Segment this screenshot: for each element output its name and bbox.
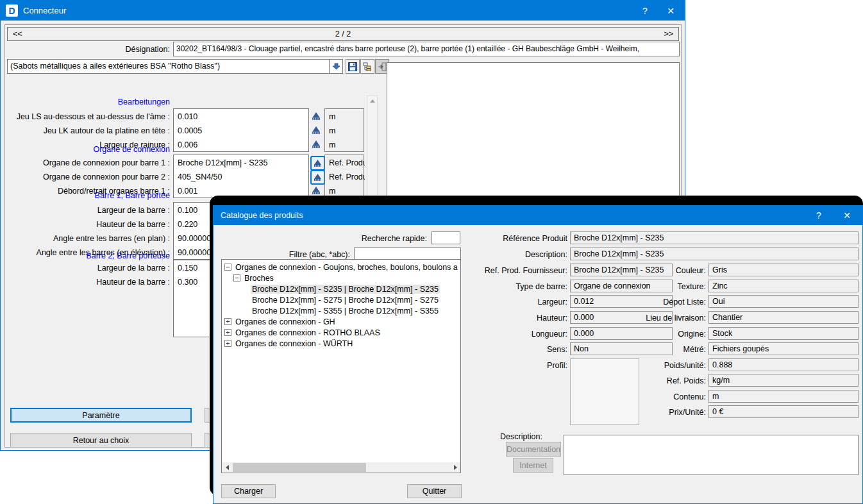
field-label: Largeur de la barre :: [1, 203, 170, 217]
description-area-label: Description:: [342, 430, 542, 443]
unit-label: m: [324, 110, 366, 124]
field-label: Largeur de rainure :: [1, 138, 170, 152]
poids-unite-field[interactable]: 0.888: [708, 358, 859, 371]
ref-poids-field[interactable]: kg/m: [708, 374, 859, 387]
field-label: Hauteur de la barre :: [1, 217, 170, 231]
field-value[interactable]: 0.006: [174, 138, 309, 152]
field-label: Lieu de livraison:: [406, 312, 706, 324]
collapse-icon[interactable]: [224, 264, 231, 271]
close-button[interactable]: ✕: [658, 1, 683, 21]
field-label: Largeur de la barre :: [1, 261, 170, 275]
field-label: Prix/Unité:: [406, 406, 706, 419]
dropdown-arrow-icon: [333, 63, 340, 70]
field-label: Débord/retrait organes barre 1 :: [1, 184, 170, 198]
desktop: { "chrome": { "help": "?", "close": "✕" …: [0, 0, 863, 504]
export-icon: [378, 62, 387, 71]
retour-au-choix-button[interactable]: Retour au choix: [10, 433, 192, 448]
save-button[interactable]: [346, 59, 360, 74]
catalogue-window: Catalogue des produits ? ✕ Recherche rap…: [213, 205, 863, 504]
couleur-field[interactable]: Gris: [708, 264, 859, 276]
close-button[interactable]: ✕: [834, 206, 860, 225]
catalogue-lookup-button[interactable]: [310, 156, 325, 171]
collapse-icon[interactable]: [233, 274, 240, 281]
designation-field[interactable]: 30202_BT164/98/3 - Clouage partiel, enca…: [173, 42, 680, 56]
field-label: Contenu:: [406, 391, 706, 403]
tree-horizontal-scrollbar[interactable]: [222, 462, 460, 473]
internet-button[interactable]: Internet: [513, 458, 553, 473]
description-field[interactable]: Broche D12x[mm] - S235: [570, 248, 859, 260]
unit-label: m: [324, 138, 366, 152]
parametre-button[interactable]: Paramètre: [10, 408, 192, 423]
quitter-button[interactable]: Quitter: [407, 484, 462, 498]
expand-icon[interactable]: [224, 340, 231, 347]
designation-label: Désignation:: [1, 42, 170, 56]
unit-label: m: [324, 124, 366, 138]
scroll-left-icon[interactable]: [222, 462, 232, 473]
app-logo-icon: D: [6, 4, 18, 17]
field-label: Jeu LK autour de la platine en tête :: [1, 124, 170, 138]
expand-icon[interactable]: [224, 329, 231, 336]
nav-page-indicator: 2 / 2: [8, 28, 678, 40]
tree-view-button[interactable]: [360, 59, 374, 74]
field-label: Angle entre les barres (en élévation) :: [1, 246, 170, 260]
catalogue-titlebar[interactable]: Catalogue des produits ? ✕: [214, 206, 862, 225]
connector-type-combo[interactable]: (Sabots métalliques à ailes extérieures …: [7, 59, 343, 74]
charger-button[interactable]: Charger: [221, 484, 276, 498]
field-label: Métré:: [406, 343, 706, 356]
scroll-thumb[interactable]: [233, 463, 366, 472]
field-label: Angle entre les barres (en plan) :: [1, 231, 170, 246]
field-label: Poids/unité:: [406, 359, 706, 372]
scroll-up-icon[interactable]: [367, 96, 377, 106]
measure-icon[interactable]: [312, 140, 321, 149]
field-value[interactable]: 405_SN4/50: [174, 170, 309, 184]
field-label: Ref. Poids:: [406, 374, 706, 387]
help-button[interactable]: ?: [806, 206, 832, 225]
prix-unite-field[interactable]: 0 €: [708, 405, 859, 418]
connector-type-value: (Sabots métalliques à ailes extérieures …: [10, 60, 327, 73]
field-label: Origine:: [406, 328, 706, 340]
documentation-button[interactable]: Documentation: [506, 442, 561, 457]
expand-icon[interactable]: [224, 318, 231, 325]
connecteur-title: Connecteur: [23, 6, 66, 15]
lieu-livraison-field[interactable]: Chantier: [708, 311, 859, 324]
catalogue-lookup-button[interactable]: [310, 170, 325, 185]
measure-icon[interactable]: [312, 126, 321, 135]
depot-liste-field[interactable]: Oui: [708, 295, 859, 308]
measure-icon[interactable]: [312, 112, 321, 121]
contenu-field[interactable]: m: [708, 390, 859, 403]
combo-dropdown-button[interactable]: [329, 60, 342, 73]
record-navigator: << 2 / 2 >>: [7, 27, 679, 41]
save-icon: [348, 62, 357, 71]
field-label: Jeu LS au-dessous et au-dessus de l'âme …: [1, 110, 170, 124]
unit-label: Ref. Produit: [324, 156, 365, 170]
measure-icon[interactable]: [312, 186, 321, 195]
description-textarea[interactable]: [564, 435, 859, 475]
field-value[interactable]: Broche D12x[mm] - S235: [174, 156, 309, 170]
field-label: Référence Produit: [342, 232, 567, 245]
field-label: Couleur:: [406, 264, 706, 277]
ref-produit-field[interactable]: Broche D12x[mm] - S235: [570, 231, 859, 244]
field-value[interactable]: 0.0005: [174, 124, 309, 138]
field-label: Organe de connexion pour barre 2 :: [1, 170, 170, 184]
catalogue-title: Catalogue des produits: [221, 211, 303, 220]
section-heading-bearbeitungen: Bearbeitungen: [1, 97, 170, 107]
nav-next-button[interactable]: >>: [664, 28, 673, 40]
field-value[interactable]: 0.010: [174, 110, 309, 124]
connecteur-titlebar[interactable]: D Connecteur ? ✕: [1, 1, 685, 21]
texture-field[interactable]: Zinc: [708, 280, 859, 292]
field-label: Dépot Liste:: [406, 296, 706, 308]
field-label: Description:: [342, 248, 567, 261]
field-label: Hauteur de la barre :: [1, 275, 170, 289]
field-label: Organe de connexion pour barre 1 :: [1, 156, 170, 170]
unit-label: Ref. Produit: [324, 170, 365, 184]
hierarchy-icon: [363, 62, 372, 71]
help-button[interactable]: ?: [632, 1, 658, 21]
field-label: Texture:: [406, 280, 706, 293]
scroll-right-icon[interactable]: [450, 462, 460, 473]
origine-field[interactable]: Stock: [708, 327, 859, 340]
metre-field[interactable]: Fichiers goupés: [708, 342, 859, 355]
